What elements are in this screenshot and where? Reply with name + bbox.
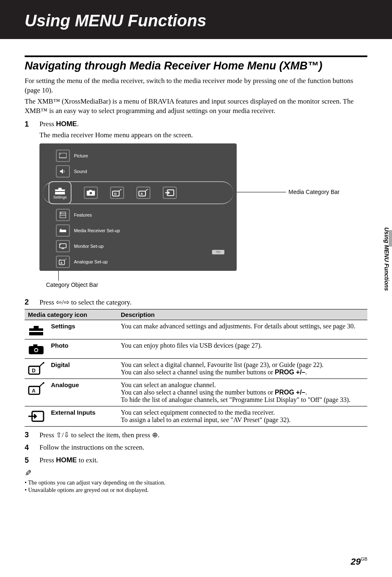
screen-icon [59, 153, 67, 159]
camera-icon [86, 189, 95, 196]
analogue-row-desc: You can select an analogue channel. You … [118, 379, 367, 406]
step-1: 1 Press HOME. [25, 120, 367, 129]
step-text-post: to exit. [77, 456, 98, 464]
callout-line-v [58, 271, 59, 281]
digital-row-icon: D [25, 358, 48, 379]
table-row: External Inputs You can select equipment… [25, 406, 367, 426]
side-tab: Using MENU Functions [381, 210, 392, 308]
digital-tv-icon: D [112, 189, 122, 196]
step-1-sub: The media receiver Home menu appears on … [39, 131, 367, 139]
xmb-vertical-top: Picture Sound [48, 149, 88, 178]
input-icon [165, 189, 174, 196]
chapter-title: Using MENU Functions [25, 12, 367, 30]
step-text-pre: Press [39, 120, 56, 128]
xmb-screen: Picture Sound Settings D A [39, 143, 237, 271]
step-2: 2 Press ⇦/⇨ to select the category. [25, 298, 367, 307]
analogue-tv-icon: A [28, 382, 44, 395]
home-button-label: HOME [56, 120, 77, 128]
media-category-table: Media category icon Description Settings… [25, 309, 367, 427]
features-label: Features [74, 212, 92, 217]
digital-tv-icon: D [28, 362, 44, 375]
page-number: 29GB [351, 556, 367, 567]
monitor-setup-icon [56, 240, 70, 252]
section-rule [25, 55, 367, 57]
settings-row-name: Settings [48, 320, 118, 339]
digital-icon: D [110, 187, 124, 199]
analogue-row-name: Analogue [48, 379, 118, 406]
step-number: 1 [25, 120, 33, 129]
svg-text:D: D [114, 192, 117, 196]
svg-point-18 [60, 228, 62, 230]
settings-label: Settings [53, 195, 67, 199]
svg-text:D: D [32, 367, 36, 373]
step-4: 4 Follow the instructions on the screen. [25, 443, 367, 452]
step-number: 2 [25, 298, 33, 307]
tv-badge: TV [212, 250, 224, 254]
svg-rect-2 [55, 191, 65, 192]
media-receiver-setup-label: Media Receiver Set-up [74, 228, 120, 233]
step-text-post: . [77, 120, 78, 128]
svg-rect-0 [59, 153, 67, 158]
xmb-vertical-bottom: Features Media Receiver Set-up Monitor S… [48, 208, 120, 268]
step-text: Follow the instructions on the screen. [39, 443, 367, 452]
digital-row-name: Digital [48, 358, 118, 379]
step-number: 5 [25, 456, 33, 465]
monitor-setup-label: Monitor Set-up [74, 244, 104, 249]
step-number: 4 [25, 443, 33, 452]
svg-point-21 [60, 244, 61, 245]
section-title: Navigating through Media Receiver Home M… [25, 60, 367, 72]
page-region: GB [361, 556, 367, 561]
external-row-desc: You can select equipment connected to th… [118, 406, 367, 426]
settings-row-desc: You can make advanced settings and adjus… [118, 320, 367, 339]
xmb-diagram: Picture Sound Settings D A [39, 143, 367, 271]
table-row: A Analogue You can select an analogue ch… [25, 379, 367, 406]
analogue-icon: A [136, 187, 150, 199]
note-item: Unavailable options are greyed out or no… [25, 487, 367, 494]
external-input-icon [163, 187, 177, 199]
intro-para-2: The XMB™ (XrossMediaBar) is a menu of BR… [25, 97, 367, 116]
side-tab-bar [389, 230, 392, 247]
xmb-horizontal-bar: Settings D A [43, 181, 233, 204]
external-row-name: External Inputs [48, 406, 118, 426]
camera-icon [28, 344, 44, 355]
col-icon-header: Media category icon [25, 309, 118, 320]
toolbox-icon [54, 186, 66, 195]
analogue-setup-icon: A [56, 256, 70, 268]
svg-point-4 [90, 192, 92, 194]
svg-rect-25 [29, 331, 43, 332]
input-icon [28, 411, 44, 422]
intro-para-1: For setting the menu of the media receiv… [25, 76, 367, 95]
svg-rect-29 [33, 344, 37, 346]
svg-rect-5 [89, 190, 92, 191]
step-number: 3 [25, 431, 33, 439]
home-button-label: HOME [56, 456, 77, 464]
svg-point-1 [60, 154, 61, 155]
photo-row-name: Photo [48, 339, 118, 358]
svg-text:A: A [141, 192, 143, 196]
photo-row-icon [25, 339, 48, 358]
analogue-setup-label: Analogue Set-up [74, 259, 108, 264]
chapter-header: Using MENU Functions [0, 0, 392, 39]
picture-icon [56, 150, 70, 162]
settings-icon: Settings [48, 181, 71, 204]
features-icon [56, 209, 70, 221]
settings-row-icon [25, 320, 48, 339]
callout-line-h [237, 192, 286, 192]
sound-label: Sound [74, 169, 87, 174]
notes-list: The options you can adjust vary dependin… [25, 480, 367, 494]
speaker-icon [60, 168, 66, 174]
page-number-value: 29 [351, 556, 361, 567]
external-row-icon [25, 406, 48, 426]
picture-label: Picture [74, 153, 88, 158]
note-icon: ✎ [25, 468, 32, 478]
media-category-bar-label: Media Category Bar [288, 189, 340, 195]
table-row: Settings You can make advanced settings … [25, 320, 367, 339]
step-3: 3 Press ⇧/⇩ to select the item, then pre… [25, 431, 367, 439]
step-5: 5 Press HOME to exit. [25, 456, 367, 465]
svg-text:A: A [32, 388, 36, 393]
analogue-tv-icon: A [138, 189, 148, 196]
svg-point-28 [35, 349, 37, 351]
analogue-row-icon: A [25, 379, 48, 406]
col-desc-header: Description [118, 309, 367, 320]
toolbox-icon [28, 324, 44, 336]
